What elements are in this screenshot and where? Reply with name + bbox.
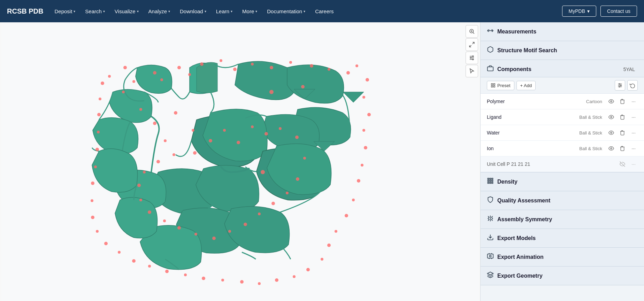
- svg-point-51: [97, 131, 100, 133]
- nav-search[interactable]: Search ▾: [81, 6, 109, 17]
- svg-point-48: [91, 182, 94, 185]
- export-geometry-header[interactable]: Export Geometry: [481, 267, 644, 285]
- quality-assessment-header[interactable]: Quality Assessment: [481, 191, 644, 210]
- water-more-button[interactable]: ···: [629, 129, 638, 137]
- ligand-delete-button[interactable]: [618, 113, 627, 121]
- svg-rect-103: [493, 84, 495, 85]
- nav-download[interactable]: Download ▾: [176, 6, 210, 17]
- fullscreen-tool-button[interactable]: [466, 38, 478, 51]
- svg-rect-127: [488, 254, 493, 258]
- mypdb-button[interactable]: MyPDB ▾: [562, 6, 596, 17]
- ion-delete-button[interactable]: [618, 144, 627, 153]
- svg-point-11: [220, 59, 222, 62]
- brand-logo[interactable]: RCSB PDB: [7, 7, 43, 15]
- water-name: Water: [487, 130, 579, 136]
- ion-style: Ball & Stick: [579, 146, 602, 151]
- nav-deposit[interactable]: Deposit ▾: [50, 6, 79, 17]
- svg-point-113: [611, 116, 612, 118]
- right-panel: Measurements Structure Motif Search: [480, 22, 644, 301]
- unit-cell-more-button[interactable]: ···: [629, 160, 638, 168]
- svg-point-63: [264, 132, 268, 136]
- polymer-actions: ···: [607, 97, 638, 106]
- svg-rect-123: [488, 182, 489, 183]
- svg-point-44: [104, 242, 108, 245]
- svg-point-111: [619, 86, 620, 87]
- svg-point-74: [194, 233, 197, 236]
- adjust-icon-button[interactable]: [615, 80, 625, 91]
- nav-learn[interactable]: Learn ▾: [212, 6, 237, 17]
- svg-point-97: [470, 57, 472, 59]
- ion-more-button[interactable]: ···: [629, 144, 638, 153]
- svg-point-112: [611, 101, 612, 102]
- svg-line-88: [473, 32, 474, 33]
- svg-point-8: [177, 66, 181, 69]
- svg-point-39: [184, 273, 187, 276]
- svg-point-41: [148, 265, 151, 268]
- export-animation-icon: [487, 253, 494, 261]
- water-delete-button[interactable]: [618, 129, 627, 137]
- measurements-icon: [487, 27, 494, 36]
- structure-motif-title: Structure Motif Search: [497, 47, 557, 54]
- svg-point-18: [346, 71, 350, 75]
- density-header[interactable]: Density: [481, 172, 644, 191]
- export-models-section: Export Models: [481, 229, 644, 248]
- svg-point-78: [139, 199, 142, 201]
- svg-point-84: [269, 90, 274, 94]
- svg-point-81: [156, 160, 160, 163]
- svg-point-31: [321, 258, 323, 261]
- svg-point-19: [355, 64, 358, 67]
- nav-documentation[interactable]: Documentation ▾: [263, 6, 309, 17]
- chevron-down-icon: ▾: [304, 9, 305, 13]
- svg-line-91: [473, 42, 474, 44]
- settings-tool-button[interactable]: [466, 52, 478, 64]
- svg-rect-118: [490, 178, 491, 179]
- export-models-header[interactable]: Export Models: [481, 229, 644, 247]
- nav-more[interactable]: More ▾: [238, 6, 261, 17]
- svg-rect-124: [490, 182, 491, 183]
- search-tool-button[interactable]: [466, 25, 478, 38]
- water-actions: ···: [607, 129, 638, 137]
- svg-point-80: [143, 171, 146, 173]
- svg-point-3: [123, 66, 127, 69]
- svg-point-50: [95, 148, 99, 151]
- reset-icon-button[interactable]: [627, 80, 638, 91]
- measurements-header[interactable]: Measurements: [481, 22, 644, 41]
- contact-button[interactable]: Contact us: [600, 6, 637, 17]
- svg-rect-119: [492, 178, 493, 179]
- nav-careers[interactable]: Careers: [311, 6, 338, 17]
- svg-point-10: [200, 62, 204, 66]
- structure-motif-header[interactable]: Structure Motif Search: [481, 41, 644, 60]
- assembly-symmetry-header[interactable]: Assembly Symmetry: [481, 210, 644, 229]
- preset-button[interactable]: Preset: [487, 81, 514, 90]
- svg-point-71: [244, 223, 247, 226]
- nav-visualize[interactable]: Visualize ▾: [110, 6, 143, 17]
- svg-point-64: [279, 127, 282, 130]
- svg-point-65: [295, 136, 299, 139]
- ligand-visibility-button[interactable]: [607, 113, 615, 121]
- svg-line-92: [469, 45, 471, 47]
- viewer-toolbar: [463, 22, 480, 80]
- density-icon: [487, 177, 494, 186]
- svg-point-70: [258, 213, 261, 215]
- svg-point-5: [122, 91, 125, 93]
- svg-rect-121: [490, 180, 491, 181]
- polymer-delete-button[interactable]: [618, 97, 627, 106]
- export-animation-header[interactable]: Export Animation: [481, 248, 644, 266]
- svg-rect-120: [488, 180, 489, 181]
- nav-analyze[interactable]: Analyze ▾: [144, 6, 174, 17]
- svg-point-6: [153, 71, 156, 75]
- polymer-visibility-button[interactable]: [607, 97, 615, 106]
- export-animation-section: Export Animation: [481, 248, 644, 267]
- pointer-tool-button[interactable]: [466, 65, 478, 77]
- svg-point-38: [202, 277, 205, 280]
- components-title: Components: [497, 66, 620, 72]
- ion-visibility-button[interactable]: [607, 144, 615, 153]
- unit-cell-visibility-button[interactable]: [618, 160, 627, 168]
- add-component-button[interactable]: + Add: [516, 81, 536, 90]
- polymer-more-button[interactable]: ···: [629, 97, 638, 106]
- ligand-more-button[interactable]: ···: [629, 113, 638, 121]
- svg-point-34: [275, 278, 278, 282]
- measurements-section: Measurements: [481, 22, 644, 41]
- svg-point-98: [473, 59, 474, 60]
- water-visibility-button[interactable]: [607, 129, 615, 137]
